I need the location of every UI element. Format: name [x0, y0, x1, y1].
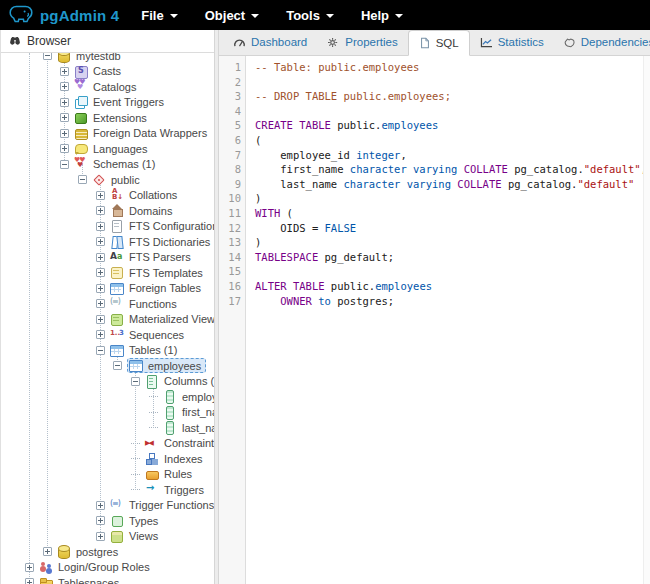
- expand-plus-icon[interactable]: [60, 113, 69, 122]
- line-number: 7: [219, 148, 246, 163]
- tree-item-postgres[interactable]: postgres: [1, 544, 214, 560]
- tree-item-public[interactable]: public: [1, 172, 214, 188]
- tree-item-fts-configurations[interactable]: FTS Configurations: [1, 219, 214, 235]
- domains-icon: [110, 204, 124, 217]
- expand-plus-icon[interactable]: [96, 501, 105, 510]
- menu-file[interactable]: File: [141, 8, 177, 23]
- menu-tools[interactable]: Tools: [286, 8, 334, 23]
- sql-line-text: [246, 104, 261, 119]
- expand-plus-icon[interactable]: [96, 268, 105, 277]
- expand-plus-icon[interactable]: [96, 284, 105, 293]
- app-title: pgAdmin 4: [40, 7, 119, 24]
- tree-guide-line: [47, 53, 48, 552]
- tree-item-label: Casts: [93, 65, 121, 77]
- expand-plus-icon[interactable]: [96, 532, 105, 541]
- expand-plus-icon[interactable]: [60, 67, 69, 76]
- sql-line-text: (: [246, 133, 261, 148]
- tree-item-login-group-roles[interactable]: Login/Group Roles: [1, 560, 214, 576]
- collapse-minus-icon[interactable]: [131, 377, 140, 386]
- tree-item-label: first_name: [182, 406, 214, 418]
- expand-plus-icon[interactable]: [25, 563, 34, 572]
- tree-item-first-name[interactable]: first_name: [1, 405, 214, 421]
- tree-item-schemas-1[interactable]: Schemas (1): [1, 157, 214, 173]
- tree-item-views[interactable]: Views: [1, 529, 214, 545]
- editor-scrollbar[interactable]: [643, 56, 650, 584]
- sql-line-text: CREATE TABLE public.employees: [246, 118, 438, 133]
- tree-item-collations[interactable]: Collations: [1, 188, 214, 204]
- sql-icon: [419, 37, 431, 49]
- code-editor[interactable]: 1-- Table: public.employees2 3-- DROP TA…: [219, 56, 650, 584]
- expand-plus-icon[interactable]: [25, 578, 34, 584]
- expand-plus-icon[interactable]: [60, 98, 69, 107]
- line-number: 9: [219, 177, 246, 192]
- binoculars-icon: [9, 36, 21, 47]
- sql-line: 6(: [219, 133, 650, 148]
- line-number: 5: [219, 118, 246, 133]
- tree-item-constraints[interactable]: Constraints: [1, 436, 214, 452]
- tree-item-event-triggers[interactable]: Event Triggers: [1, 95, 214, 111]
- tree-item-domains[interactable]: Domains: [1, 203, 214, 219]
- expand-plus-icon[interactable]: [96, 299, 105, 308]
- app-header: pgAdmin 4 FileObjectToolsHelp: [0, 0, 650, 30]
- expand-plus-icon[interactable]: [60, 144, 69, 153]
- tree-item-casts[interactable]: Casts: [1, 64, 214, 80]
- tree-item-triggers[interactable]: Triggers: [1, 482, 214, 498]
- tab-statistics[interactable]: Statistics: [470, 29, 554, 55]
- tree-item-label: Trigger Functions: [129, 499, 214, 511]
- expand-plus-icon[interactable]: [96, 206, 105, 215]
- expand-plus-icon[interactable]: [96, 253, 105, 262]
- tab-dependencies[interactable]: Dependencies: [554, 29, 650, 55]
- menu-help[interactable]: Help: [361, 8, 403, 23]
- tree-item-fts-parsers[interactable]: FTS Parsers: [1, 250, 214, 266]
- expand-plus-icon[interactable]: [96, 315, 105, 324]
- triggers-icon: [145, 483, 159, 496]
- tree-item-languages[interactable]: Languages: [1, 141, 214, 157]
- menu-label: File: [141, 8, 163, 23]
- tree-item-rules[interactable]: Rules: [1, 467, 214, 483]
- expand-plus-icon[interactable]: [43, 547, 52, 556]
- tree-item-employee-id[interactable]: employee_id: [1, 389, 214, 405]
- expand-plus-icon[interactable]: [96, 330, 105, 339]
- collapse-minus-icon[interactable]: [43, 53, 52, 60]
- columns-icon: [145, 375, 159, 388]
- tree-item-label: FTS Templates: [129, 267, 203, 279]
- tree-item-types[interactable]: Types: [1, 513, 214, 529]
- tab-properties[interactable]: Properties: [317, 29, 407, 55]
- tree-item-catalogs[interactable]: Catalogs: [1, 79, 214, 95]
- tree-item-foreign-tables[interactable]: Foreign Tables: [1, 281, 214, 297]
- tree-item-mytestdb[interactable]: mytestdb: [1, 53, 214, 64]
- tree-item-employees[interactable]: employees: [1, 358, 214, 374]
- tree-item-extensions[interactable]: Extensions: [1, 110, 214, 126]
- tree-item-foreign-data-wrappers[interactable]: Foreign Data Wrappers: [1, 126, 214, 142]
- tab-dashboard[interactable]: Dashboard: [223, 29, 317, 55]
- tree-item-functions[interactable]: Functions: [1, 296, 214, 312]
- tree-item-last-name[interactable]: last_name: [1, 420, 214, 436]
- expand-plus-icon[interactable]: [60, 129, 69, 138]
- tab-sql[interactable]: SQL: [408, 30, 470, 56]
- collapse-minus-icon[interactable]: [78, 175, 87, 184]
- collapse-minus-icon[interactable]: [113, 361, 122, 370]
- tree-item-trigger-functions[interactable]: Trigger Functions: [1, 498, 214, 514]
- expand-plus-icon[interactable]: [96, 222, 105, 231]
- tree-item-sequences[interactable]: Sequences: [1, 327, 214, 343]
- menu-object[interactable]: Object: [205, 8, 259, 23]
- tree-item-materialized-views[interactable]: Materialized Views: [1, 312, 214, 328]
- extensions-icon: [74, 111, 88, 124]
- collapse-minus-icon[interactable]: [96, 346, 105, 355]
- expand-plus-icon[interactable]: [96, 191, 105, 200]
- tree-item-tablespaces[interactable]: Tablespaces: [1, 575, 214, 584]
- expand-plus-icon[interactable]: [96, 237, 105, 246]
- menu-bar: FileObjectToolsHelp: [141, 8, 403, 23]
- tree-item-indexes[interactable]: Indexes: [1, 451, 214, 467]
- tree-item-fts-templates[interactable]: FTS Templates: [1, 265, 214, 281]
- casts-icon: [74, 65, 88, 78]
- expand-plus-icon[interactable]: [60, 82, 69, 91]
- sql-line: 2: [219, 75, 650, 90]
- collapse-minus-icon[interactable]: [60, 160, 69, 169]
- line-number: 8: [219, 162, 246, 177]
- expand-plus-icon[interactable]: [96, 516, 105, 525]
- tree-item-label: Foreign Tables: [129, 282, 201, 294]
- tree-item-tables-1[interactable]: Tables (1): [1, 343, 214, 359]
- tree-item-fts-dictionaries[interactable]: FTS Dictionaries: [1, 234, 214, 250]
- tree-item-columns-3[interactable]: Columns (3): [1, 374, 214, 390]
